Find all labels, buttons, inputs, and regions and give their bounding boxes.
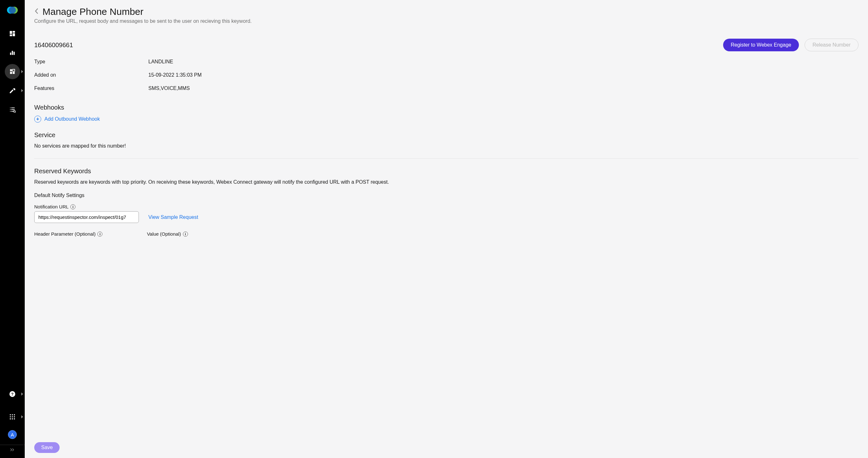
service-title: Service	[34, 131, 859, 139]
info-icon[interactable]: i	[183, 232, 188, 237]
type-label: Type	[34, 59, 148, 65]
view-sample-request-link[interactable]: View Sample Request	[148, 215, 198, 220]
added-on-label: Added on	[34, 72, 148, 78]
svg-rect-6	[10, 35, 12, 36]
release-button: Release Number	[805, 39, 859, 51]
page-subtitle: Configure the URL, request body and mess…	[34, 19, 859, 24]
page-header: Manage Phone Number Configure the URL, r…	[25, 0, 868, 27]
svg-rect-5	[13, 33, 15, 36]
info-icon[interactable]: i	[70, 204, 75, 209]
phone-number: 16406009661	[34, 41, 73, 49]
page-title: Manage Phone Number	[42, 6, 144, 17]
svg-point-26	[14, 418, 15, 420]
nav-analytics[interactable]	[5, 45, 20, 60]
svg-point-2	[9, 7, 16, 13]
webhooks-title: Webhooks	[34, 104, 859, 111]
header-param-label: Header Parameter (Optional)	[34, 231, 95, 237]
nav-grid[interactable]	[5, 409, 20, 424]
svg-point-24	[10, 418, 11, 420]
svg-line-15	[15, 112, 16, 112]
nav-help[interactable]: ?	[5, 386, 20, 402]
svg-point-23	[14, 416, 15, 418]
default-notify-heading: Default Notify Settings	[34, 193, 859, 198]
save-button[interactable]: Save	[34, 442, 60, 453]
nav-tools[interactable]	[5, 83, 20, 98]
svg-rect-11	[13, 69, 14, 71]
nav-apps[interactable]	[5, 64, 20, 79]
svg-rect-13	[13, 72, 14, 74]
info-icon[interactable]: i	[97, 232, 102, 237]
back-button[interactable]	[34, 7, 39, 16]
reserved-keywords-title: Reserved Keywords	[34, 168, 859, 175]
svg-point-18	[10, 414, 11, 416]
sidebar: ? A	[0, 0, 25, 458]
svg-point-20	[14, 414, 15, 416]
svg-point-25	[12, 418, 13, 420]
chevron-right-icon	[21, 89, 23, 92]
notification-url-input[interactable]	[34, 211, 139, 223]
service-empty-text: No services are mapped for this number!	[34, 143, 859, 149]
features-label: Features	[34, 86, 148, 91]
type-value: LANDLINE	[148, 59, 173, 65]
svg-rect-3	[10, 31, 12, 34]
svg-rect-12	[10, 72, 12, 74]
notification-url-label: Notification URL	[34, 204, 68, 209]
svg-point-21	[10, 416, 11, 418]
nav-logs[interactable]	[5, 102, 20, 117]
svg-text:?: ?	[11, 392, 13, 397]
webex-logo	[6, 4, 19, 17]
add-webhook-button[interactable]: + Add Outbound Webhook	[34, 116, 859, 123]
added-on-value: 15-09-2022 1:35:03 PM	[148, 72, 202, 78]
svg-rect-9	[13, 52, 15, 55]
svg-point-22	[12, 416, 13, 418]
chevron-right-icon	[21, 70, 23, 73]
chevron-right-icon	[21, 415, 23, 418]
svg-point-19	[12, 414, 13, 416]
svg-rect-8	[12, 51, 13, 55]
add-webhook-label: Add Outbound Webhook	[44, 116, 100, 122]
svg-rect-10	[10, 69, 12, 71]
chevron-right-icon	[21, 392, 23, 396]
register-button[interactable]: Register to Webex Engage	[723, 39, 799, 51]
svg-rect-7	[10, 53, 11, 55]
value-optional-label: Value (Optional)	[147, 231, 181, 237]
sidebar-collapse[interactable]	[0, 445, 25, 454]
main-content: Manage Phone Number Configure the URL, r…	[25, 0, 868, 458]
plus-icon: +	[34, 116, 41, 123]
reserved-keywords-desc: Reserved keywords are keywords with top …	[34, 179, 859, 185]
features-value: SMS,VOICE,MMS	[148, 86, 190, 91]
avatar[interactable]: A	[8, 430, 17, 439]
svg-rect-4	[13, 31, 15, 33]
nav-dashboard[interactable]	[5, 26, 20, 41]
